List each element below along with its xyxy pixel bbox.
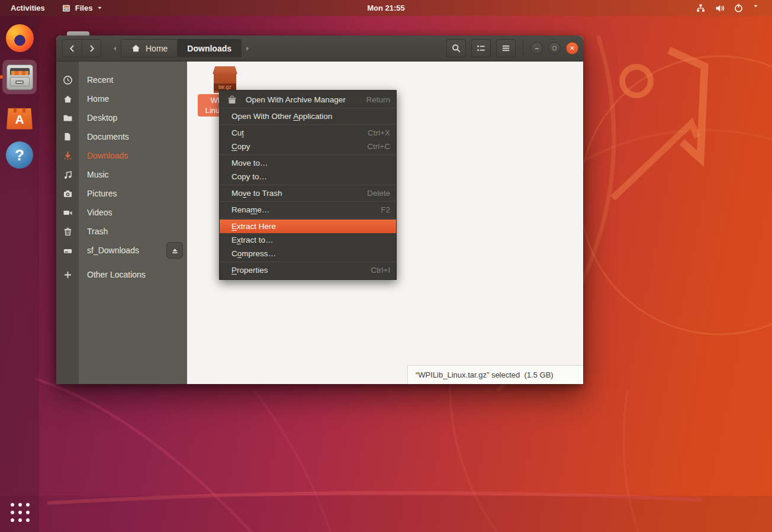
menu-item-label: Open With Other Application bbox=[231, 112, 332, 121]
sidebar-item-label: Trash bbox=[87, 227, 108, 236]
minimize-button[interactable]: − bbox=[530, 42, 543, 54]
menu-item-label: Cut bbox=[231, 128, 244, 137]
path-bar: HomeDownloads bbox=[121, 39, 242, 57]
menu-item-accelerator: Ctrl+C bbox=[367, 142, 390, 151]
camera-icon bbox=[62, 188, 73, 199]
menu-item-copy[interactable]: CopyCtrl+C bbox=[220, 140, 396, 153]
dock-item-firefox[interactable] bbox=[2, 21, 37, 55]
sidebar: RecentHomeDesktopDocumentsDownloadsMusic… bbox=[56, 62, 187, 384]
activities-button[interactable]: Activities bbox=[0, 0, 56, 16]
menu-item-label: Compress… bbox=[231, 249, 276, 258]
breadcrumb-label: Downloads bbox=[187, 44, 231, 53]
sidebar-item-label: sf_Downloads bbox=[87, 246, 139, 255]
home-icon bbox=[131, 43, 141, 53]
menu-item-move-to-trash[interactable]: Move to TrashDelete bbox=[220, 186, 396, 200]
ubuntu-software-icon: A bbox=[6, 102, 34, 130]
menu-item-accelerator: Ctrl+X bbox=[368, 128, 390, 137]
sidebar-item-desktop[interactable]: Desktop bbox=[56, 108, 187, 127]
menu-item-copy-to[interactable]: Copy to… bbox=[220, 170, 396, 183]
network-wired-icon bbox=[696, 3, 706, 13]
sidebar-item-sf-downloads[interactable]: sf_Downloads bbox=[56, 241, 187, 260]
firefox-icon bbox=[6, 24, 34, 52]
music-icon bbox=[62, 169, 73, 180]
nav-buttons bbox=[62, 39, 101, 57]
sidebar-item-home[interactable]: Home bbox=[56, 89, 187, 108]
clock[interactable]: Mon 21:55 bbox=[0, 4, 772, 12]
search-button[interactable] bbox=[446, 39, 466, 57]
sidebar-item-label: Pictures bbox=[87, 189, 117, 198]
app-grid-button[interactable] bbox=[8, 501, 32, 524]
dock: A? bbox=[0, 16, 39, 532]
file-type-badge: tar.gz bbox=[218, 84, 231, 90]
sidebar-item-music[interactable]: Music bbox=[56, 165, 187, 184]
dock-item-ubuntu-software[interactable]: A bbox=[2, 99, 37, 133]
menu-separator bbox=[220, 262, 395, 262]
menu-separator bbox=[220, 108, 395, 108]
menu-separator bbox=[220, 154, 395, 155]
menu-item-move-to[interactable]: Move to… bbox=[220, 156, 396, 170]
menu-item-accelerator: Ctrl+I bbox=[371, 266, 390, 275]
menu-item-label: Rename… bbox=[231, 205, 270, 214]
system-status-area[interactable] bbox=[696, 0, 772, 16]
app-menu-label: Files bbox=[75, 4, 93, 12]
forward-button[interactable] bbox=[82, 40, 101, 57]
menu-item-open-with-archive-manager[interactable]: Open With Archive ManagerReturn bbox=[220, 93, 396, 107]
running-indicator-dot bbox=[0, 75, 3, 79]
breadcrumb-home[interactable]: Home bbox=[121, 40, 177, 57]
menu-item-open-with-other-application[interactable]: Open With Other Application bbox=[220, 109, 396, 123]
archive-file-icon: tar.gz bbox=[213, 66, 237, 93]
window-menu-button[interactable] bbox=[496, 39, 516, 57]
menu-item-accelerator: Return bbox=[366, 95, 390, 104]
status-bar: “WPILib_Linux.tar.gz” selected (1.5 GB) bbox=[407, 365, 583, 384]
sidebar-item-pictures[interactable]: Pictures bbox=[56, 184, 187, 203]
menu-item-label: Extract to… bbox=[231, 236, 274, 244]
dock-item-files[interactable] bbox=[2, 60, 37, 94]
status-text: “WPILib_Linux.tar.gz” selected (1.5 GB) bbox=[416, 370, 554, 379]
sidebar-item-downloads[interactable]: Downloads bbox=[56, 146, 187, 165]
menu-item-label: Properties bbox=[231, 266, 268, 275]
power-icon bbox=[734, 3, 744, 13]
menu-item-label: Copy to… bbox=[231, 172, 267, 181]
path-scroll-right-button[interactable] bbox=[242, 39, 253, 57]
breadcrumb-downloads[interactable]: Downloads bbox=[177, 40, 241, 57]
sidebar-item-label: Recent bbox=[87, 75, 113, 85]
sidebar-item-trash[interactable]: Trash bbox=[56, 222, 187, 241]
app-menu-button[interactable]: Files bbox=[56, 0, 110, 16]
menu-item-cut[interactable]: CutCtrl+X bbox=[220, 126, 396, 140]
video-icon bbox=[62, 207, 73, 218]
menu-separator bbox=[220, 185, 395, 185]
files-cabinet-icon bbox=[7, 65, 33, 90]
close-button[interactable]: ✕ bbox=[566, 42, 578, 54]
view-toggle-button[interactable] bbox=[471, 39, 491, 57]
menu-item-label: Extract Here bbox=[231, 222, 276, 231]
menu-item-properties[interactable]: PropertiesCtrl+I bbox=[220, 263, 396, 277]
folder-icon bbox=[62, 112, 73, 123]
sidebar-item-videos[interactable]: Videos bbox=[56, 203, 187, 222]
back-button[interactable] bbox=[63, 40, 82, 57]
document-icon bbox=[62, 131, 73, 142]
menu-separator bbox=[220, 218, 395, 218]
archive-manager-icon bbox=[227, 95, 237, 105]
menu-item-label: Open With Archive Manager bbox=[246, 95, 346, 104]
eject-button[interactable] bbox=[166, 242, 183, 259]
top-bar: Activities Files Mon 21:55 bbox=[0, 0, 772, 16]
maximize-button[interactable]: ◻ bbox=[548, 42, 561, 54]
path-scroll-left-button[interactable] bbox=[109, 39, 121, 57]
menu-item-rename[interactable]: Rename…F2 bbox=[220, 203, 396, 217]
menu-item-compress[interactable]: Compress… bbox=[220, 247, 396, 260]
menu-item-extract-to[interactable]: Extract to… bbox=[220, 233, 396, 247]
drive-icon bbox=[62, 245, 73, 256]
sidebar-item-documents[interactable]: Documents bbox=[56, 127, 187, 146]
dock-item-help[interactable]: ? bbox=[2, 138, 37, 172]
menu-separator bbox=[220, 124, 395, 125]
plus-icon bbox=[62, 269, 73, 280]
sidebar-item-label: Desktop bbox=[87, 113, 117, 122]
sidebar-item-other-locations[interactable]: Other Locations bbox=[56, 265, 187, 284]
sidebar-item-label: Home bbox=[87, 94, 109, 104]
menu-item-accelerator: Delete bbox=[367, 189, 390, 198]
trash-icon bbox=[62, 226, 73, 237]
menu-item-label: Move to Trash bbox=[231, 189, 282, 198]
menu-item-extract-here[interactable]: Extract Here bbox=[220, 220, 396, 233]
sidebar-item-recent[interactable]: Recent bbox=[56, 70, 187, 89]
header-actions: − ◻ ✕ bbox=[446, 39, 583, 57]
